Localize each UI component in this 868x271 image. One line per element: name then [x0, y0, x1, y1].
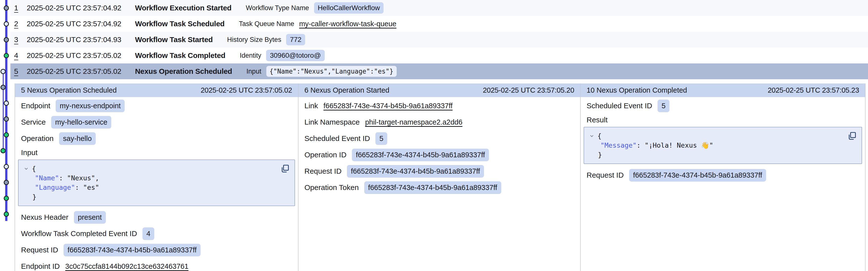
detail-field: Link Namespacephil-target-namespace2.a2d…	[304, 114, 574, 130]
json-viewer: {"Message": "¡Hola! Nexus 👋"}	[584, 127, 862, 164]
timeline-marker	[4, 5, 9, 11]
field-label: Operation Token	[304, 183, 359, 192]
event-attribute-badge: 30960@totoro@	[266, 50, 324, 61]
event-row[interactable]: 2 2025-02-25 UTC 23:57:04.92 Workflow Ta…	[10, 16, 868, 32]
event-id-link[interactable]: 5	[14, 67, 27, 76]
copy-button[interactable]	[847, 131, 857, 141]
json-line: "Message": "¡Hola! Nexus 👋"	[589, 141, 857, 150]
json-collapse-toggle[interactable]	[589, 133, 595, 139]
event-attribute-label: Workflow Type Name	[246, 4, 309, 12]
panel-body: Scheduled Event ID5Result{"Message": "¡H…	[581, 97, 865, 271]
panel-title: 10 Nexus Operation Completed	[587, 86, 687, 94]
panel-timestamp: 2025-02-25 UTC 23:57:05.20	[483, 86, 574, 94]
field-link[interactable]: phil-target-namespace2.a2dd6	[365, 118, 462, 126]
field-label: Input	[21, 148, 38, 157]
json-key: "Language"	[35, 184, 75, 191]
event-id-link[interactable]: 1	[14, 4, 27, 12]
timeline-marker	[4, 53, 9, 58]
copy-button[interactable]	[280, 164, 289, 173]
timeline-marker	[4, 132, 9, 137]
timeline-marker	[4, 212, 9, 217]
event-timestamp: 2025-02-25 UTC 23:57:04.92	[27, 20, 135, 28]
timeline-marker	[4, 101, 9, 106]
field-badge: 4	[143, 227, 154, 240]
timeline-marker	[4, 21, 9, 27]
event-row[interactable]: 4 2025-02-25 UTC 23:57:05.02 Workflow Ta…	[10, 48, 868, 63]
timeline-marker	[4, 196, 9, 201]
event-id-link[interactable]: 3	[14, 35, 27, 44]
panel-header: 10 Nexus Operation Completed 2025-02-25 …	[581, 83, 865, 97]
panel-body: Endpointmy-nexus-endpointServicemy-hello…	[15, 97, 298, 271]
event-id-link[interactable]: 4	[14, 51, 27, 60]
event-name: Workflow Execution Started	[135, 4, 231, 12]
panel-header: 5 Nexus Operation Scheduled 2025-02-25 U…	[15, 83, 298, 97]
json-value: : "¡Hola! Nexus 👋"	[637, 141, 713, 149]
event-attribute-badge: {"Name":"Nexus","Language":"es"}	[266, 66, 397, 77]
panel-title: 5 Nexus Operation Scheduled	[21, 86, 117, 94]
detail-field: Workflow Task Completed Event ID4	[21, 225, 292, 242]
copy-icon	[847, 131, 857, 141]
event-name: Workflow Task Completed	[135, 51, 225, 60]
timeline-marker	[4, 164, 9, 169]
event-name: Workflow Task Started	[135, 35, 213, 44]
field-link[interactable]: 3c0c75ccfa8144b092c13ce632463761	[65, 262, 188, 271]
event-detail-panels: 5 Nexus Operation Scheduled 2025-02-25 U…	[14, 83, 866, 271]
field-label: Request ID	[587, 171, 624, 179]
event-id-link[interactable]: 2	[14, 20, 27, 28]
field-badge: 5	[657, 100, 670, 112]
detail-field: Request IDf665283f-743e-4374-b45b-9a61a8…	[304, 163, 574, 179]
event-attribute-label: Identity	[240, 52, 261, 59]
event-attribute-label: Input	[247, 67, 261, 75]
event-row[interactable]: 3 2025-02-25 UTC 23:57:04.93 Workflow Ta…	[10, 32, 868, 48]
timeline-marker	[4, 37, 9, 43]
panel-body: Linkf665283f-743e-4374-b45b-9a61a89337ff…	[299, 97, 580, 271]
event-row[interactable]: 5 2025-02-25 UTC 23:57:05.02 Nexus Opera…	[10, 63, 868, 79]
json-key: "Name"	[35, 174, 59, 182]
event-detail-panel: 5 Nexus Operation Scheduled 2025-02-25 U…	[14, 83, 298, 271]
panel-timestamp: 2025-02-25 UTC 23:57:05.02	[201, 86, 292, 94]
panel-timestamp: 2025-02-25 UTC 23:57:05.23	[768, 86, 859, 94]
json-value: : "Nexus",	[59, 174, 99, 182]
field-label: Scheduled Event ID	[587, 102, 652, 110]
timeline-branch-line	[3, 71, 4, 151]
field-label: Endpoint	[21, 102, 50, 110]
json-line: "Name": "Nexus",	[24, 173, 289, 183]
field-label: Link Namespace	[304, 118, 360, 126]
field-label: Result	[587, 116, 608, 124]
json-key: "Message"	[600, 141, 637, 149]
field-label: Link	[304, 102, 318, 110]
detail-field: Nexus Headerpresent	[21, 209, 292, 225]
field-badge: f665283f-743e-4374-b45b-9a61a89337ff	[629, 169, 766, 182]
event-timestamp: 2025-02-25 UTC 23:57:05.02	[27, 67, 135, 76]
timeline-marker	[0, 148, 6, 153]
copy-icon	[280, 164, 289, 173]
panel-title: 6 Nexus Operation Started	[304, 86, 389, 94]
event-row[interactable]: 1 2025-02-25 UTC 23:57:04.92 Workflow Ex…	[10, 0, 868, 16]
event-attribute-link[interactable]: my-caller-workflow-task-queue	[299, 20, 396, 28]
timeline-marker	[0, 85, 6, 90]
field-badge: f665283f-743e-4374-b45b-9a61a89337ff	[64, 244, 200, 256]
field-label: Workflow Task Completed Event ID	[21, 229, 137, 238]
panel-header: 6 Nexus Operation Started 2025-02-25 UTC…	[299, 83, 580, 97]
field-badge: f665283f-743e-4374-b45b-9a61a89337ff	[352, 148, 489, 161]
chevron-down-icon	[589, 133, 594, 139]
event-name: Nexus Operation Scheduled	[135, 67, 232, 76]
detail-field: Operation Tokenf665283f-743e-4374-b45b-9…	[304, 179, 574, 196]
event-detail-panel: 10 Nexus Operation Completed 2025-02-25 …	[580, 83, 865, 271]
json-collapse-toggle[interactable]	[24, 166, 29, 171]
timeline-marker	[4, 180, 9, 185]
event-timestamp: 2025-02-25 UTC 23:57:04.93	[27, 35, 135, 44]
field-badge: present	[74, 211, 106, 224]
field-badge: f665283f-743e-4374-b45b-9a61a89337ff	[347, 165, 484, 178]
field-label: Operation	[21, 134, 54, 143]
event-timestamp: 2025-02-25 UTC 23:57:04.92	[27, 4, 135, 12]
field-link[interactable]: f665283f-743e-4374-b45b-9a61a89337ff	[323, 102, 453, 110]
event-detail-panel: 6 Nexus Operation Started 2025-02-25 UTC…	[298, 83, 580, 271]
timeline-main-line	[5, 0, 7, 221]
field-label: Operation ID	[304, 151, 346, 159]
detail-field: Operationsay-hello	[21, 130, 292, 147]
event-timestamp: 2025-02-25 UTC 23:57:05.02	[27, 51, 135, 60]
detail-field: Scheduled Event ID5	[304, 130, 574, 147]
field-label: Request ID	[21, 246, 58, 254]
chevron-down-icon	[24, 166, 29, 171]
